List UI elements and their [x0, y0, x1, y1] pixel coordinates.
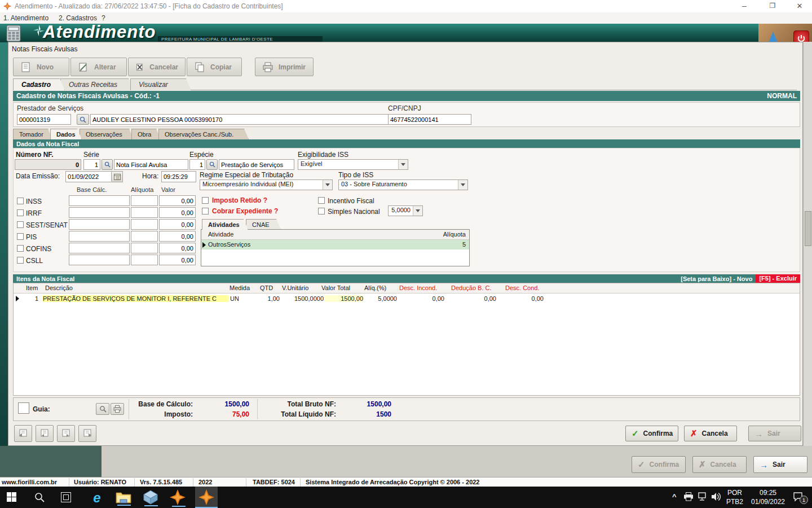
outer-sair-button[interactable]: → Sair [753, 456, 807, 473]
csll-base-field[interactable] [69, 255, 130, 265]
itens-hint-novo: [Seta para Baixo] - Novo [681, 275, 752, 282]
tray-chevron[interactable]: ^ [672, 492, 677, 501]
fiorilli-app-button[interactable] [169, 489, 188, 507]
minimize-button[interactable]: – [733, 1, 756, 10]
pis-aliquota-field[interactable] [131, 231, 158, 242]
alterar-button[interactable]: Alterar [70, 58, 127, 76]
cobrar-expediente-checkbox[interactable] [202, 208, 209, 214]
app-button-blue[interactable] [142, 489, 160, 506]
menu-help[interactable]: ? [102, 14, 105, 22]
nav-first-record-button[interactable] [14, 425, 32, 442]
prestador-search-button[interactable] [77, 114, 89, 125]
file-explorer-button[interactable] [115, 490, 133, 506]
maximize-button[interactable]: ❐ [761, 2, 784, 10]
pis-base-field[interactable] [69, 231, 130, 242]
prestador-name-field[interactable] [90, 114, 389, 125]
cpf-field[interactable] [388, 114, 471, 125]
imposto-retido-checkbox[interactable] [202, 197, 209, 204]
tab-dados[interactable]: Dados [50, 129, 82, 139]
especie-desc-field[interactable] [219, 159, 294, 170]
notification-center-button[interactable]: 1 [793, 491, 807, 503]
cancela-button[interactable]: ✗ Cancela [684, 426, 737, 441]
especie-search-button[interactable] [206, 159, 218, 170]
cofins-aliquota-field[interactable] [131, 243, 158, 253]
tab-atividades[interactable]: Atividades [202, 219, 248, 230]
sest-senat-base-field[interactable] [69, 219, 130, 230]
guia-print-button[interactable] [111, 403, 124, 415]
nav-next-record-button[interactable] [57, 425, 75, 442]
tray-clock[interactable]: 09:25 01/09/2022 [747, 488, 789, 506]
serie-search-button[interactable] [102, 159, 113, 170]
numero-nf-field[interactable] [15, 159, 81, 170]
serie-desc-field[interactable] [114, 159, 188, 170]
copiar-button[interactable]: Copiar [187, 58, 242, 76]
irrf-checkbox[interactable] [17, 209, 24, 216]
csll-valor-field[interactable] [159, 255, 196, 265]
sest-senat-valor-field[interactable] [159, 219, 196, 230]
irrf-valor-field[interactable] [159, 207, 196, 218]
nav-last-record-button[interactable] [78, 425, 96, 442]
menu-cadastros[interactable]: 2. Cadastros [59, 14, 97, 22]
calendar-button[interactable] [111, 172, 122, 182]
data-emissao-field[interactable] [66, 172, 111, 182]
incentivo-fiscal-checkbox[interactable] [318, 197, 325, 204]
cofins-base-field[interactable] [69, 243, 130, 253]
sest-senat-checkbox[interactable] [17, 221, 24, 228]
tab-observacoes-canc[interactable]: Observações Canc./Sub. [158, 129, 249, 139]
cofins-checkbox[interactable] [17, 245, 24, 252]
tab-outras-receitas[interactable]: Outras Receitas [60, 78, 134, 90]
sair-button-inner[interactable]: → Sair [748, 426, 801, 441]
tab-obra[interactable]: Obra [131, 129, 161, 139]
tray-volume-icon[interactable] [710, 492, 722, 502]
prestador-code-field[interactable] [17, 114, 71, 125]
internet-explorer-button[interactable]: e [88, 489, 106, 507]
csll-aliquota-field[interactable] [131, 255, 158, 265]
csll-checkbox[interactable] [17, 257, 24, 264]
atividade-row[interactable]: OutrosServiços 5 [201, 240, 469, 249]
cancelar-button[interactable]: Cancelar [128, 58, 186, 76]
tab-cadastro[interactable]: Cadastro [13, 78, 65, 90]
outer-cancela-button[interactable]: ✗ Cancela [692, 456, 747, 473]
scroll-thumb[interactable] [805, 211, 811, 246]
confirma-button[interactable]: ✓ Confirma [625, 426, 678, 441]
irrf-aliquota-field[interactable] [131, 207, 158, 218]
tipo-iss-select[interactable]: 03 - Sobre Faturamento [338, 179, 468, 190]
pis-checkbox[interactable] [17, 233, 24, 240]
regime-select[interactable]: Microempresário Individual (MEI) [200, 179, 333, 190]
especie-field[interactable] [189, 159, 205, 170]
tray-printer-icon[interactable] [683, 492, 694, 501]
tab-cnae[interactable]: CNAE [246, 219, 281, 230]
tray-network-icon[interactable] [698, 492, 708, 501]
novo-button[interactable]: Novo [13, 58, 69, 76]
inss-checkbox[interactable] [17, 198, 24, 204]
item-row[interactable]: 1 PRESTAÇÃO DE SERVIÇOS DE MONITOR I, RE… [14, 294, 800, 304]
fiorilli-app-button-active[interactable] [195, 487, 218, 508]
guia-view-button[interactable] [96, 403, 109, 415]
guia-checkbox[interactable] [18, 402, 29, 414]
outer-scrollbar[interactable] [803, 42, 812, 446]
sest-senat-aliquota-field[interactable] [131, 219, 158, 230]
tab-observacoes[interactable]: Observações [80, 129, 134, 139]
cofins-valor-field[interactable] [159, 243, 196, 253]
serie-field[interactable] [83, 159, 100, 170]
pis-valor-field[interactable] [159, 231, 196, 242]
inss-aliquota-field[interactable] [131, 195, 158, 206]
close-button[interactable]: ✕ [789, 2, 810, 10]
inss-base-field[interactable] [69, 195, 130, 206]
taskbar-search-button[interactable] [34, 492, 45, 503]
outer-confirma-button[interactable]: ✓ Confirma [632, 456, 686, 473]
exigibilidade-select[interactable]: Exigível [298, 159, 408, 170]
inss-valor-field[interactable] [159, 195, 196, 206]
tray-language[interactable]: POR PTB2 [726, 488, 743, 506]
task-view-button[interactable] [61, 492, 71, 502]
simples-nacional-checkbox[interactable] [318, 208, 325, 214]
simples-aliquota-select[interactable]: 5,0000 [388, 205, 423, 216]
imprimir-button[interactable]: Imprimir [255, 58, 314, 76]
menu-atendimento[interactable]: 1. Atendimento [3, 14, 48, 22]
tab-tomador[interactable]: Tomador [13, 129, 52, 139]
tab-visualizar[interactable]: Visualizar [130, 78, 191, 90]
nav-prev-record-button[interactable] [36, 425, 54, 442]
start-button[interactable] [7, 492, 17, 502]
hora-field[interactable] [161, 171, 196, 182]
irrf-base-field[interactable] [69, 207, 130, 218]
